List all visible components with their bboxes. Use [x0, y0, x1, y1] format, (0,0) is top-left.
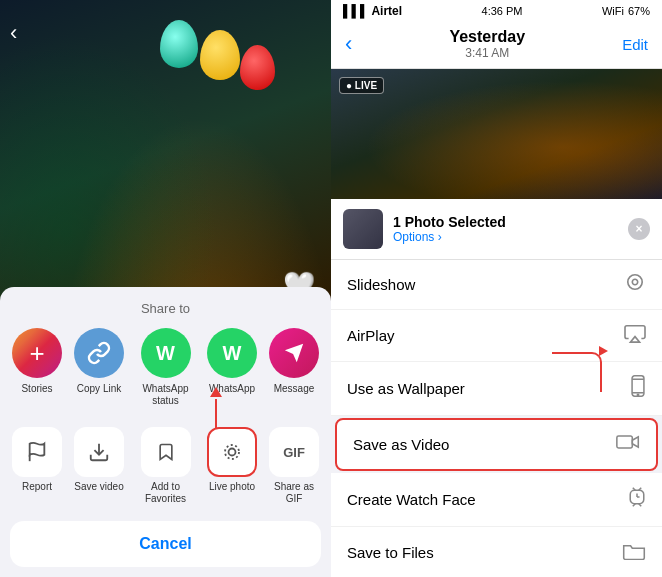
- slideshow-label: Slideshow: [347, 276, 415, 293]
- action-item-share-gif[interactable]: GIF Share as GIF: [267, 421, 321, 511]
- menu-item-slideshow[interactable]: Slideshow: [331, 260, 662, 310]
- menu-list: Slideshow AirPlay Use as Wallpaper: [331, 260, 662, 577]
- action-item-report[interactable]: Report: [10, 421, 64, 511]
- svg-point-4: [628, 275, 642, 289]
- arrow-head: [210, 387, 222, 397]
- slideshow-icon: [624, 273, 646, 296]
- report-label: Report: [22, 481, 52, 493]
- share-item-stories[interactable]: + Stories: [10, 328, 64, 407]
- share-header-info: 1 Photo Selected Options ›: [393, 214, 618, 244]
- nav-title-main: Yesterday: [449, 28, 525, 46]
- arrow-head-right: [599, 346, 608, 356]
- message-icon: [269, 328, 319, 378]
- airplay-icon: [624, 323, 646, 348]
- favorites-label: Add to Favorites: [134, 481, 197, 505]
- share-header: 1 Photo Selected Options › ×: [331, 199, 662, 260]
- watch-face-icon: [628, 486, 646, 513]
- share-row: + Stories Copy Link W WhatsApp: [0, 328, 331, 417]
- arrow-curve: [552, 352, 602, 392]
- cancel-button[interactable]: Cancel: [10, 521, 321, 567]
- back-button-left[interactable]: ‹: [10, 20, 17, 46]
- menu-item-wallpaper[interactable]: Use as Wallpaper: [331, 362, 662, 416]
- photo-thumbnail: ● LIVE: [331, 69, 662, 199]
- action-row: Report Save video: [0, 417, 331, 517]
- save-to-files-label: Save to Files: [347, 544, 434, 561]
- save-to-files-icon: [622, 540, 646, 565]
- arrow-line: [215, 399, 217, 429]
- share-item-message[interactable]: Message: [267, 328, 321, 407]
- svg-point-3: [225, 445, 239, 459]
- status-bar: ▌▌▌ Airtel 4:36 PM WiFi 67%: [331, 0, 662, 20]
- menu-item-watch-face[interactable]: Create Watch Face: [331, 473, 662, 527]
- airplay-label: AirPlay: [347, 327, 395, 344]
- whatsapp-status-icon: W: [141, 328, 191, 378]
- save-as-video-icon: [616, 433, 640, 456]
- share-thumb: [343, 209, 383, 249]
- whatsapp-icon: W: [207, 328, 257, 378]
- wifi-icon: WiFi: [602, 5, 624, 17]
- svg-marker-6: [630, 337, 639, 342]
- action-item-favorites[interactable]: Add to Favorites: [134, 421, 197, 511]
- battery-indicator: 67%: [628, 5, 650, 17]
- message-label: Message: [274, 383, 315, 395]
- svg-rect-11: [617, 436, 632, 448]
- report-icon-box: [12, 427, 62, 477]
- live-badge: ● LIVE: [339, 77, 384, 94]
- stories-label: Stories: [21, 383, 52, 395]
- wallpaper-label: Use as Wallpaper: [347, 380, 465, 397]
- save-as-video-label: Save as Video: [353, 436, 449, 453]
- share-header-title: 1 Photo Selected: [393, 214, 618, 230]
- right-panel: ▌▌▌ Airtel 4:36 PM WiFi 67% ‹ Yesterday …: [331, 0, 662, 577]
- left-panel: ‹ 🤍 113.8K Share to + Stories: [0, 0, 331, 577]
- nav-subtitle: 3:41 AM: [449, 46, 525, 60]
- menu-item-airplay[interactable]: AirPlay: [331, 310, 662, 362]
- copy-link-icon: [74, 328, 124, 378]
- status-right: WiFi 67%: [602, 5, 650, 17]
- edit-button[interactable]: Edit: [622, 36, 648, 53]
- nav-title: Yesterday 3:41 AM: [449, 28, 525, 60]
- save-video-icon-box: [74, 427, 124, 477]
- share-gif-label: Share as GIF: [267, 481, 321, 505]
- svg-point-10: [637, 394, 638, 395]
- nav-bar: ‹ Yesterday 3:41 AM Edit: [331, 20, 662, 69]
- wallpaper-icon: [630, 375, 646, 402]
- copy-link-label: Copy Link: [77, 383, 121, 395]
- share-item-whatsapp-status[interactable]: W WhatsApp status: [134, 328, 197, 407]
- share-options-link[interactable]: Options ›: [393, 230, 618, 244]
- live-photo-icon-box: [207, 427, 257, 477]
- share-sheet: Share to + Stories Copy Link: [0, 287, 331, 577]
- favorites-icon-box: [141, 427, 191, 477]
- share-close-button[interactable]: ×: [628, 218, 650, 240]
- share-item-copy-link[interactable]: Copy Link: [72, 328, 126, 407]
- svg-point-5: [632, 279, 637, 284]
- save-video-arrow: [552, 352, 602, 392]
- share-title: Share to: [0, 301, 331, 316]
- action-item-live-photo[interactable]: Live photo: [205, 421, 259, 511]
- menu-item-save-to-files[interactable]: Save to Files: [331, 527, 662, 577]
- stories-icon: +: [12, 328, 62, 378]
- menu-item-save-as-video[interactable]: Save as Video: [335, 418, 658, 471]
- balloon-red: [240, 45, 275, 90]
- share-gif-icon-box: GIF: [269, 427, 319, 477]
- time-display: 4:36 PM: [482, 5, 523, 17]
- watch-face-label: Create Watch Face: [347, 491, 476, 508]
- live-photo-arrow: [210, 387, 222, 429]
- back-button-right[interactable]: ‹: [345, 31, 352, 57]
- whatsapp-status-label: WhatsApp status: [134, 383, 197, 407]
- action-item-save-video[interactable]: Save video: [72, 421, 126, 511]
- svg-point-2: [229, 449, 236, 456]
- signal-indicator: ▌▌▌ Airtel: [343, 4, 402, 18]
- live-photo-label: Live photo: [209, 481, 255, 493]
- save-video-label: Save video: [74, 481, 123, 493]
